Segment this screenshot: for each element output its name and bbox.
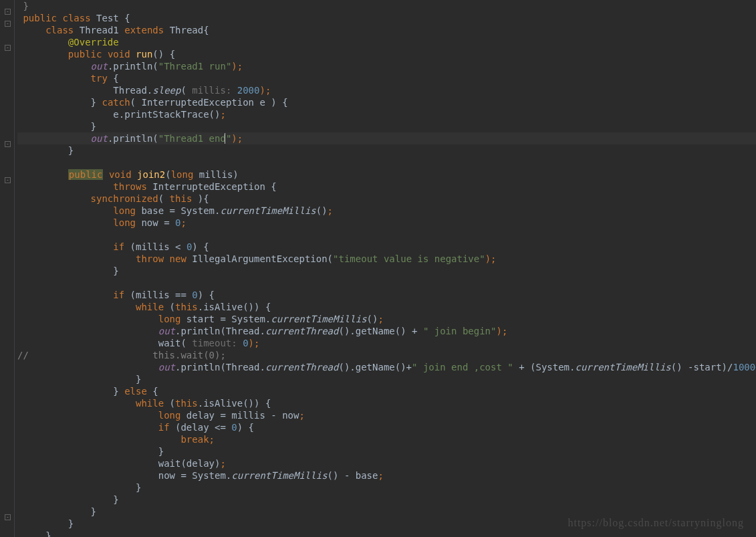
- code-line[interactable]: synchronized( this ){: [17, 193, 756, 205]
- code-line[interactable]: out.println(Thread.currentThread().getNa…: [17, 361, 756, 373]
- code-line[interactable]: } else {: [17, 385, 756, 397]
- code-line[interactable]: public void join2(long millis): [17, 169, 756, 181]
- code-line[interactable]: if (millis == 0) {: [17, 289, 756, 301]
- code-editor[interactable]: - - - - - - } public class Test { class …: [0, 0, 756, 537]
- code-line[interactable]: now = System.currentTimeMillis() - base;: [17, 469, 756, 481]
- code-line[interactable]: long delay = millis - now;: [17, 409, 756, 421]
- code-line[interactable]: wait( timeout: 0);: [17, 337, 756, 349]
- fold-icon[interactable]: -: [5, 9, 11, 15]
- code-line[interactable]: }: [17, 144, 756, 156]
- code-line[interactable]: @Override: [17, 36, 756, 48]
- code-line[interactable]: throws InterruptedException {: [17, 181, 756, 193]
- code-line[interactable]: [17, 229, 756, 241]
- code-line[interactable]: }: [17, 373, 756, 385]
- code-line[interactable]: [17, 277, 756, 289]
- code-line[interactable]: }: [17, 265, 756, 277]
- code-content[interactable]: } public class Test { class Thread1 exte…: [15, 0, 756, 537]
- fold-icon[interactable]: -: [5, 177, 11, 183]
- code-line[interactable]: }: [17, 530, 756, 537]
- code-line[interactable]: out.println(Thread.currentThread().getNa…: [17, 325, 756, 337]
- code-line[interactable]: class Thread1 extends Thread{: [17, 24, 756, 36]
- code-line[interactable]: wait(delay);: [17, 457, 756, 469]
- text-cursor: [225, 133, 225, 144]
- code-line[interactable]: long now = 0;: [17, 217, 756, 229]
- code-line[interactable]: } catch( InterruptedException e ) {: [17, 96, 756, 108]
- code-line[interactable]: if (delay <= 0) {: [17, 421, 756, 433]
- fold-icon[interactable]: -: [5, 21, 11, 27]
- code-line[interactable]: }: [17, 506, 756, 518]
- fold-icon[interactable]: -: [5, 514, 11, 520]
- code-line[interactable]: while (this.isAlive()) {: [17, 301, 756, 313]
- code-line[interactable]: long start = System.currentTimeMillis();: [17, 313, 756, 325]
- code-line[interactable]: }: [17, 120, 756, 132]
- gutter: - - - - - -: [0, 0, 15, 537]
- code-line[interactable]: if (millis < 0) {: [17, 241, 756, 253]
- code-line[interactable]: out.println("Thread1 run");: [17, 60, 756, 72]
- code-line[interactable]: e.printStackTrace();: [17, 108, 756, 120]
- code-line[interactable]: public class Test {: [17, 12, 756, 24]
- code-line[interactable]: }: [17, 0, 756, 12]
- code-line[interactable]: }: [17, 494, 756, 506]
- code-line[interactable]: }: [17, 445, 756, 457]
- code-line-active[interactable]: out.println("Thread1 end");: [17, 132, 756, 144]
- code-line[interactable]: throw new IllegalArgumentException("time…: [17, 253, 756, 265]
- code-line[interactable]: }: [17, 481, 756, 494]
- code-line[interactable]: public void run() {: [17, 48, 756, 60]
- watermark-text: https://blog.csdn.net/starryninglong: [568, 517, 744, 529]
- code-line[interactable]: Thread.sleep( millis: 2000);: [17, 84, 756, 96]
- fold-icon[interactable]: -: [5, 141, 11, 147]
- code-line[interactable]: long base = System.currentTimeMillis();: [17, 205, 756, 217]
- code-line[interactable]: // this.wait(0);: [17, 349, 756, 361]
- code-line[interactable]: [17, 156, 756, 169]
- fold-icon[interactable]: -: [5, 45, 11, 51]
- code-line[interactable]: break;: [17, 433, 756, 445]
- code-line[interactable]: try {: [17, 72, 756, 84]
- code-line[interactable]: while (this.isAlive()) {: [17, 397, 756, 409]
